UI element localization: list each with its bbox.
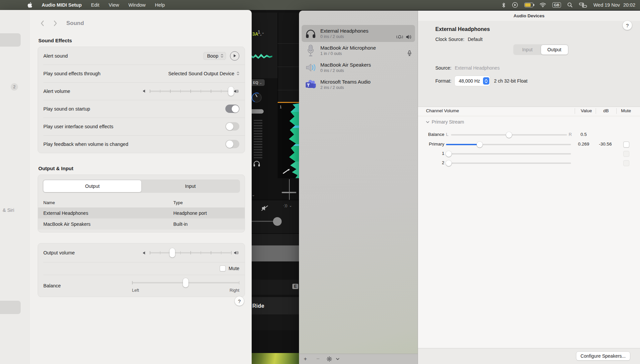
mute-row: Mute: [38, 262, 245, 275]
mute-label: Mute: [229, 266, 239, 271]
channel1-mute-checkbox[interactable]: [623, 151, 629, 157]
alert-volume-thumb[interactable]: [228, 87, 234, 96]
menu-view[interactable]: View: [109, 2, 119, 8]
dj-collapse-chevron[interactable]: ⌄: [252, 192, 255, 197]
bluetooth-icon[interactable]: [502, 2, 506, 8]
alert-volume-slider[interactable]: [143, 89, 239, 94]
dj-level-slider[interactable]: [248, 221, 278, 222]
balance-label: Balance: [43, 283, 132, 288]
dj-edit-pencil-icon[interactable]: [283, 170, 289, 174]
output-volume-track[interactable]: [150, 252, 231, 253]
list-item-macbook-microphone[interactable]: MacBook Air Microphone 1 in / 0 outs: [302, 42, 415, 59]
dj-volume-fader[interactable]: [254, 120, 262, 160]
dj-mute-icon[interactable]: [261, 205, 269, 211]
sample-rate-dropdown[interactable]: 48,000 Hz: [455, 76, 490, 86]
tab-input[interactable]: Input: [141, 180, 239, 192]
dj-mixer-row: ·)) ⌄: [248, 200, 302, 234]
back-chevron-icon[interactable]: [38, 19, 46, 27]
menu-edit[interactable]: Edit: [91, 2, 99, 8]
primary-volume-thumb[interactable]: [477, 142, 483, 148]
mute-checkbox[interactable]: [220, 265, 226, 271]
menu-window[interactable]: Window: [128, 2, 146, 8]
device-name: MacBook Air Speakers: [43, 221, 173, 227]
table-row[interactable]: MacBook Air Speakers Built-in: [38, 218, 245, 229]
ui-sounds-toggle[interactable]: [225, 122, 239, 131]
apple-menu[interactable]: [27, 2, 32, 8]
channel2-volume-track[interactable]: [449, 163, 571, 164]
add-device-button[interactable]: +: [299, 356, 312, 362]
forward-chevron-icon[interactable]: [52, 19, 59, 27]
configure-speakers-button[interactable]: Configure Speakers...: [576, 352, 630, 360]
startup-sound-toggle[interactable]: [225, 105, 239, 113]
dj-output-icon[interactable]: ·)) ⌄: [283, 203, 292, 208]
sidebar-item-siri[interactable]: & Siri: [3, 207, 14, 213]
list-item-teams-audio[interactable]: Microsoft Teams Audio 2 ins / 2 outs: [302, 76, 415, 93]
alert-volume-track[interactable]: [150, 91, 231, 92]
tab-input[interactable]: Input: [514, 45, 541, 55]
menu-app-name[interactable]: Audio MIDI Setup: [42, 2, 82, 8]
output-volume-thumb[interactable]: [170, 248, 175, 257]
balance-channel-thumb[interactable]: [506, 132, 512, 138]
stepper-chevrons-icon: [221, 54, 223, 58]
tab-output[interactable]: Output: [541, 45, 568, 55]
menu-clock[interactable]: Wed 19 Nov 20:02: [593, 2, 635, 8]
volume-feedback-toggle[interactable]: [225, 140, 239, 148]
sidebar-toolbar: + −: [299, 354, 418, 364]
output-volume-slider[interactable]: [143, 250, 239, 255]
sidebar-item-partial-bottom[interactable]: [0, 301, 21, 314]
speaker-high-icon: [234, 89, 239, 94]
primary-stream-group[interactable]: Primary Stream: [426, 119, 464, 125]
sound-settings-pane: Sound Sound Effects Alert sound Boop: [30, 10, 252, 364]
dj-list-row: [248, 314, 302, 330]
list-item-external-headphones[interactable]: External Headphones 0 ins / 2 outs: [302, 25, 415, 42]
panel-help-button[interactable]: ?: [623, 21, 632, 30]
alert-sound-value: Boop: [207, 53, 218, 59]
play-through-select[interactable]: Selected Sound Output Device: [168, 71, 239, 76]
dj-eq-button[interactable]: EQ ⌄: [250, 79, 265, 86]
list-item-macbook-speakers[interactable]: MacBook Air Speakers 0 ins / 2 outs: [302, 59, 415, 76]
tab-output[interactable]: Output: [43, 180, 141, 192]
mute-column-header: Mute: [618, 108, 634, 113]
device-detail: 2 ins / 2 outs: [320, 85, 371, 90]
channel2-volume-thumb[interactable]: [446, 160, 452, 166]
balance-slider[interactable]: Left Right: [132, 278, 239, 293]
remove-device-button[interactable]: −: [312, 356, 324, 362]
primary-volume-track[interactable]: [446, 144, 571, 145]
now-playing-icon[interactable]: [512, 2, 518, 8]
speaker-low-icon: [143, 89, 147, 93]
primary-mute-checkbox[interactable]: [623, 142, 629, 148]
dj-cue-headphone-icon[interactable]: [253, 161, 260, 167]
gear-menu-button[interactable]: [324, 356, 334, 362]
spotlight-icon[interactable]: [567, 2, 573, 8]
balance-channel-track[interactable]: [451, 134, 567, 136]
help-button[interactable]: ?: [235, 296, 244, 306]
selected-device-name: External Headphones: [435, 26, 490, 32]
channel1-volume-thumb[interactable]: [446, 151, 452, 157]
system-settings-window: 2 & Siri Sound Sound Effects Alert sound: [0, 10, 252, 364]
menu-help[interactable]: Help: [155, 2, 165, 8]
balance-thumb[interactable]: [183, 278, 189, 287]
dj-filter-knob[interactable]: [252, 93, 262, 103]
desktop-wallpaper-strip: [248, 353, 302, 364]
output-input-card: Output Input Name Type External Headphon…: [38, 175, 245, 232]
speaker-low-icon: [143, 251, 147, 255]
input-source-indicator[interactable]: GB: [552, 2, 561, 8]
balance-track[interactable]: [132, 282, 239, 283]
balance-right-label: Right: [230, 288, 239, 293]
control-center-icon[interactable]: [579, 3, 587, 8]
gear-menu-chevron-icon[interactable]: [334, 358, 341, 360]
sidebar-item-partial[interactable]: [0, 33, 21, 47]
channel2-mute-checkbox[interactable]: [623, 160, 629, 166]
microsoft-teams-icon: [304, 78, 317, 91]
wifi-icon[interactable]: [540, 3, 546, 7]
group-label: Primary Stream: [432, 119, 464, 125]
table-row[interactable]: External Headphones Headphone port: [38, 207, 245, 218]
channel-volume-header: Channel Volume: [426, 108, 459, 113]
channel1-volume-track[interactable]: [449, 153, 571, 155]
window-title: Audio Devices: [418, 11, 640, 21]
format-detail: 2 ch 32-bit Float: [494, 78, 527, 84]
alert-sound-select[interactable]: Boop: [203, 52, 226, 60]
alert-preview-play-button[interactable]: [230, 51, 239, 61]
battery-icon[interactable]: [524, 3, 533, 7]
device-list: External Headphones 0 ins / 2 outs MacBo…: [302, 25, 415, 93]
